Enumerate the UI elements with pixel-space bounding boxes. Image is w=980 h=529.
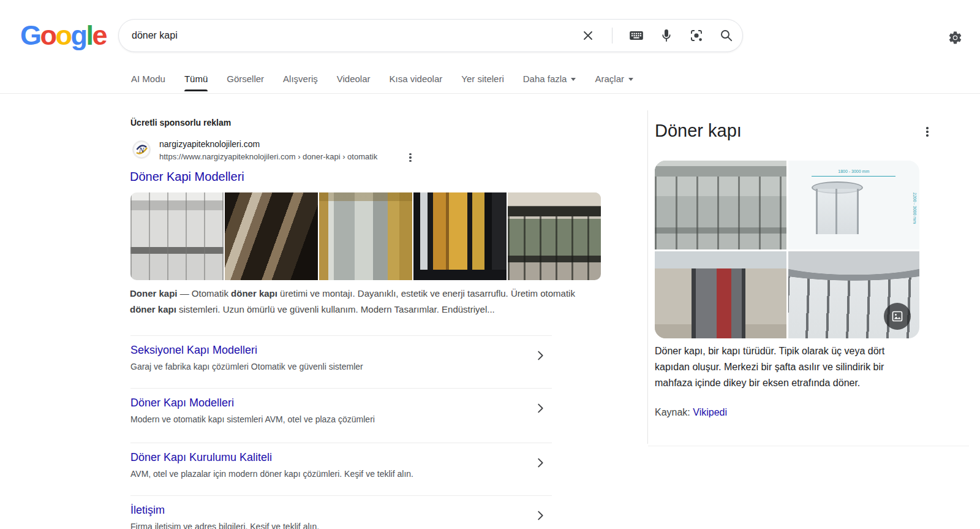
dimension-label-top: 1800 - 3000 mm: [788, 169, 920, 173]
ad-description: Doner kapi — Otomatik döner kapı üretimi…: [130, 286, 586, 318]
panel-image-photo-1[interactable]: [655, 161, 786, 249]
logo-letter: o: [40, 20, 56, 51]
more-options-icon[interactable]: [405, 152, 416, 163]
sitelink-description: AVM, otel ve plazalar için modern döner …: [130, 469, 552, 479]
search-input[interactable]: [132, 30, 580, 41]
ad-image-strip: [130, 192, 601, 280]
chevron-down-icon: [571, 78, 576, 81]
knowledge-panel-source: Kaynak: Vikipedi: [655, 407, 727, 418]
ad-desc-bold: Doner kapi: [130, 288, 178, 299]
chevron-right-icon[interactable]: [533, 509, 547, 522]
ad-desc-text: sistemleri. Uzun ömürlü ve güvenli kulla…: [176, 304, 495, 314]
logo-letter: e: [92, 20, 107, 51]
source-label: Kaynak:: [655, 407, 690, 417]
logo-letter: o: [56, 20, 71, 51]
ad-desc-text: üretimi ve montajı. Dayanıklı, estetik v…: [277, 288, 575, 299]
chevron-right-icon[interactable]: [533, 402, 547, 415]
tab-label: Araçlar: [595, 74, 624, 84]
knowledge-panel-description: Döner kapı, bir kapı türüdür. Tipik olar…: [655, 343, 909, 391]
panel-image-diagram[interactable]: 1800 - 3000 mm 2200 - 3000 mm: [788, 161, 920, 249]
tab-alisveris[interactable]: Alışveriş: [283, 74, 318, 84]
sitelink-title[interactable]: Döner Kapı Modelleri: [130, 397, 552, 409]
keyboard-icon[interactable]: [628, 28, 644, 44]
ad-desc-bold: döner kapı: [231, 288, 277, 299]
sponsored-label: Ücretli sponsorlu reklam: [130, 118, 231, 127]
search-bar-divider: [612, 28, 612, 44]
sitelink-divider: [130, 443, 552, 443]
tab-tumu[interactable]: Tümü: [184, 74, 208, 84]
sitelink-divider: [130, 388, 552, 389]
revolving-door-thumbnail-3[interactable]: [319, 192, 412, 280]
tab-videolar[interactable]: Videolar: [337, 74, 371, 84]
panel-bottom-divider: [648, 446, 969, 446]
google-serp: Google: [0, 0, 980, 529]
ad-desc-text: — Otomatik: [178, 288, 232, 299]
tab-ai-modu[interactable]: AI Modu: [131, 74, 165, 84]
logo-letter: l: [86, 20, 92, 51]
chevron-down-icon: [628, 78, 633, 81]
site-favicon[interactable]: N: [132, 140, 151, 159]
revolving-door-diagram: [812, 181, 863, 238]
tab-yer-siteleri[interactable]: Yer siteleri: [461, 74, 503, 84]
chevron-right-icon[interactable]: [533, 349, 547, 362]
revolving-door-thumbnail-1[interactable]: [130, 192, 224, 280]
revolving-door-thumbnail-5[interactable]: [508, 192, 601, 280]
knowledge-panel-image-grid: 1800 - 3000 mm 2200 - 3000 mm: [655, 161, 919, 338]
ad-url-breadcrumb[interactable]: https://www.nargizyapiteknolojileri.com …: [159, 152, 377, 161]
source-link-vikipedi[interactable]: Vikipedi: [693, 407, 727, 417]
panel-image-photo-2[interactable]: [655, 251, 786, 338]
sitelink-divider: [130, 335, 552, 336]
tab-daha-fazla[interactable]: Daha fazla: [523, 74, 576, 84]
lens-icon[interactable]: [688, 28, 704, 44]
ad-desc-bold: döner kapı: [130, 304, 176, 314]
panel-divider: [647, 110, 648, 444]
google-logo[interactable]: Google: [20, 20, 106, 51]
sitelink-doner-kapi[interactable]: Döner Kapı Modelleri Modern ve otomatik …: [130, 388, 552, 424]
tab-gorseller[interactable]: Görseller: [227, 74, 264, 84]
svg-text:N: N: [138, 145, 145, 154]
chevron-right-icon[interactable]: [533, 456, 547, 470]
tab-label: Daha fazla: [523, 74, 567, 84]
sitelink-description: Firma iletişim ve adres bilgileri. Keşif…: [130, 522, 552, 529]
revolving-door-thumbnail-4[interactable]: [413, 192, 507, 280]
microphone-icon[interactable]: [658, 28, 674, 44]
search-icon[interactable]: [718, 28, 734, 44]
more-images-button[interactable]: [884, 303, 911, 330]
logo-letter: g: [71, 20, 86, 51]
sitelink-seksiyonel-kapi[interactable]: Seksiyonel Kapı Modelleri Garaj ve fabri…: [130, 335, 552, 371]
settings-gear-icon[interactable]: [947, 29, 963, 45]
sitelink-description: Garaj ve fabrika kapı çözümleri Otomatik…: [130, 362, 552, 371]
revolving-door-thumbnail-2[interactable]: [225, 192, 318, 280]
dimension-label-right: 2200 - 3000 mm: [913, 192, 917, 224]
result-tabs: AI Modu Tümü Görseller Alışveriş Videola…: [131, 74, 633, 84]
sitelink-title[interactable]: İletişim: [130, 504, 552, 517]
header-divider: [0, 93, 980, 94]
clear-icon[interactable]: [580, 28, 596, 44]
search-bar[interactable]: [118, 19, 743, 52]
sitelink-description: Modern ve otomatik kapı sistemleri AVM, …: [130, 414, 552, 424]
logo-letter: G: [20, 20, 40, 51]
sitelink-title[interactable]: Döner Kapı Kurulumu Kaliteli: [130, 451, 552, 464]
knowledge-panel-title: Döner kapı: [655, 121, 742, 141]
ad-site-name[interactable]: nargizyapiteknolojileri.com: [159, 139, 260, 149]
more-options-icon[interactable]: [922, 125, 933, 139]
image-icon: [891, 310, 903, 322]
tab-kisa-videolar[interactable]: Kısa videolar: [390, 74, 443, 84]
sitelink-title[interactable]: Seksiyonel Kapı Modelleri: [130, 344, 552, 357]
sitelink-divider: [130, 495, 552, 496]
ad-result-title[interactable]: Döner Kapi Modelleri: [130, 170, 244, 184]
sitelink-kurulum[interactable]: Döner Kapı Kurulumu Kaliteli AVM, otel v…: [130, 443, 552, 479]
tab-araclar[interactable]: Araçlar: [595, 74, 633, 84]
sitelink-iletisim[interactable]: İletişim Firma iletişim ve adres bilgile…: [130, 495, 552, 529]
